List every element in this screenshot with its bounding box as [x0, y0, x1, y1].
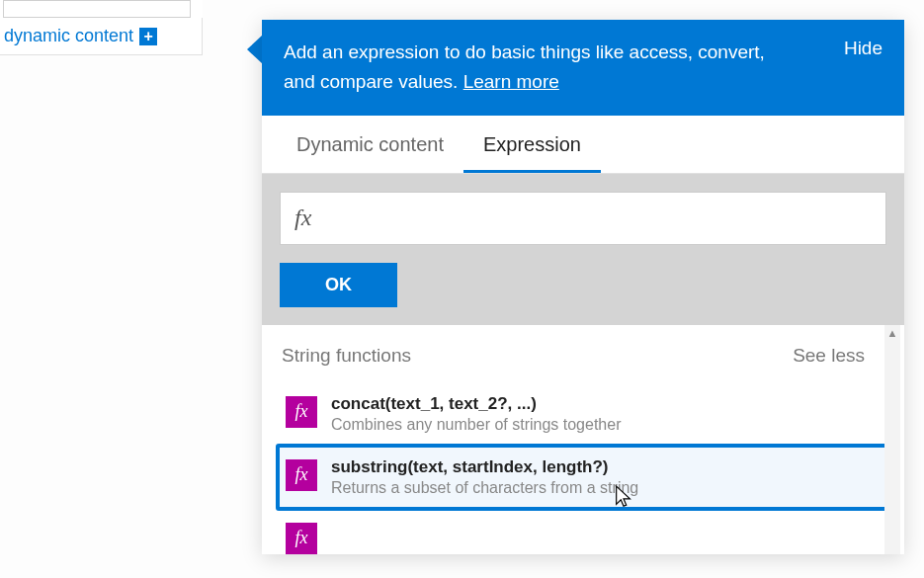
hide-button[interactable]: Hide [844, 38, 882, 59]
dynamic-content-label: dynamic content [4, 26, 133, 46]
function-item-partial[interactable]: fx [280, 513, 886, 554]
plus-icon: + [139, 28, 157, 45]
header-description: Add an expression to do basic things lik… [284, 38, 788, 98]
add-dynamic-content-link[interactable]: dynamic content + [0, 18, 203, 55]
fx-icon: fx [294, 205, 311, 231]
scroll-up-arrow-icon[interactable]: ▲ [884, 325, 900, 341]
function-title: concat(text_1, text_2?, ...) [331, 394, 621, 414]
function-description: Returns a subset of characters from a st… [331, 479, 638, 497]
ok-button[interactable]: OK [280, 263, 397, 307]
learn-more-link[interactable]: Learn more [463, 71, 559, 92]
fx-badge-icon: fx [286, 523, 317, 554]
fx-badge-icon: fx [286, 396, 317, 428]
section-title: String functions [282, 345, 411, 367]
tab-bar: Dynamic content Expression [262, 116, 904, 174]
popout-header: Add an expression to do basic things lik… [262, 20, 904, 116]
callout-pointer [247, 35, 263, 64]
tab-expression[interactable]: Expression [463, 116, 601, 173]
function-item-substring[interactable]: fx substring(text, startIndex, length?) … [276, 444, 890, 511]
section-header: String functions See less [262, 325, 904, 386]
expression-editor-popout: Add an expression to do basic things lik… [262, 20, 904, 554]
function-item-concat[interactable]: fx concat(text_1, text_2?, ...) Combines… [280, 386, 886, 442]
value-input-field[interactable] [3, 0, 191, 18]
function-list-area: ▲ String functions See less fx concat(te… [262, 325, 904, 554]
function-list: fx concat(text_1, text_2?, ...) Combines… [262, 386, 904, 511]
expression-input-area: fx OK [262, 174, 904, 325]
scrollbar[interactable]: ▲ [884, 325, 900, 554]
fx-badge-icon: fx [286, 459, 317, 491]
tab-dynamic-content[interactable]: Dynamic content [277, 116, 463, 173]
function-description: Combines any number of strings together [331, 416, 621, 434]
expression-input[interactable]: fx [280, 192, 886, 245]
see-less-link[interactable]: See less [793, 345, 865, 367]
function-title: substring(text, startIndex, length?) [331, 457, 638, 477]
